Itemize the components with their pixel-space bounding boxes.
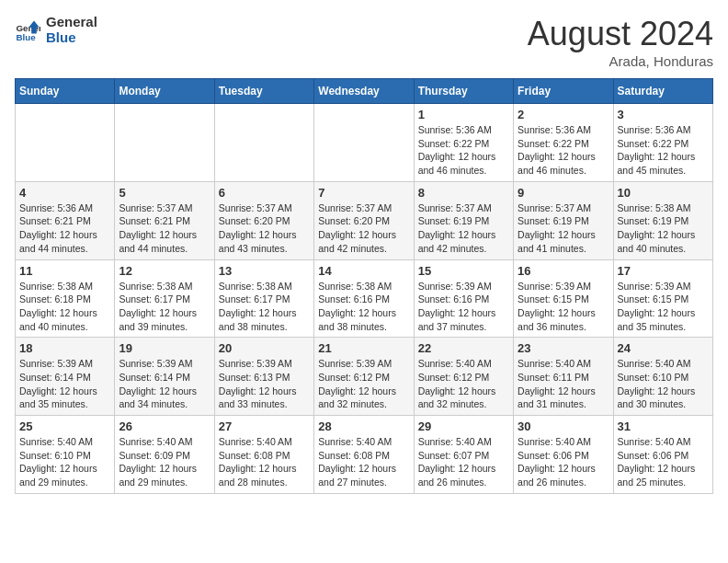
location-subtitle: Arada, Honduras <box>528 53 713 69</box>
day-info: Sunrise: 5:39 AMSunset: 6:13 PMDaylight:… <box>219 357 310 411</box>
title-area: August 2024 Arada, Honduras <box>528 15 713 69</box>
weekday-header-monday: Monday <box>115 79 214 104</box>
day-info: Sunrise: 5:37 AMSunset: 6:19 PMDaylight:… <box>518 201 609 256</box>
day-info: Sunrise: 5:38 AMSunset: 6:17 PMDaylight:… <box>219 280 310 334</box>
day-info: Sunrise: 5:40 AMSunset: 6:08 PMDaylight:… <box>219 435 310 489</box>
day-number: 29 <box>418 419 509 433</box>
day-info: Sunrise: 5:39 AMSunset: 6:15 PMDaylight:… <box>518 280 609 334</box>
day-info: Sunrise: 5:40 AMSunset: 6:11 PMDaylight:… <box>518 357 609 411</box>
day-number: 12 <box>119 264 210 278</box>
day-info: Sunrise: 5:39 AMSunset: 6:15 PMDaylight:… <box>618 280 709 334</box>
calendar-cell: 27Sunrise: 5:40 AMSunset: 6:08 PMDayligh… <box>214 416 313 494</box>
logo: General Blue General Blue <box>15 15 97 45</box>
calendar-cell: 23Sunrise: 5:40 AMSunset: 6:11 PMDayligh… <box>514 338 613 416</box>
month-title: August 2024 <box>528 15 713 53</box>
day-info: Sunrise: 5:40 AMSunset: 6:10 PMDaylight:… <box>19 435 110 489</box>
day-info: Sunrise: 5:37 AMSunset: 6:19 PMDaylight:… <box>418 201 509 256</box>
day-number: 7 <box>318 186 409 200</box>
day-number: 31 <box>618 419 709 433</box>
calendar-week-2: 4Sunrise: 5:36 AMSunset: 6:21 PMDaylight… <box>16 181 713 259</box>
day-number: 9 <box>518 186 609 200</box>
day-number: 16 <box>518 264 609 278</box>
calendar-cell: 22Sunrise: 5:40 AMSunset: 6:12 PMDayligh… <box>414 338 513 416</box>
calendar-cell: 20Sunrise: 5:39 AMSunset: 6:13 PMDayligh… <box>214 338 313 416</box>
calendar-cell: 25Sunrise: 5:40 AMSunset: 6:10 PMDayligh… <box>16 416 115 494</box>
calendar-cell: 31Sunrise: 5:40 AMSunset: 6:06 PMDayligh… <box>613 416 712 494</box>
calendar-cell: 28Sunrise: 5:40 AMSunset: 6:08 PMDayligh… <box>314 416 414 494</box>
weekday-header-friday: Friday <box>514 79 613 104</box>
calendar-cell: 15Sunrise: 5:39 AMSunset: 6:16 PMDayligh… <box>414 259 513 338</box>
day-info: Sunrise: 5:38 AMSunset: 6:18 PMDaylight:… <box>19 280 110 334</box>
logo-icon: General Blue <box>15 17 40 43</box>
day-number: 17 <box>618 264 709 278</box>
calendar-cell: 13Sunrise: 5:38 AMSunset: 6:17 PMDayligh… <box>214 259 313 338</box>
calendar-week-3: 11Sunrise: 5:38 AMSunset: 6:18 PMDayligh… <box>16 259 713 338</box>
day-info: Sunrise: 5:40 AMSunset: 6:09 PMDaylight:… <box>119 435 210 489</box>
calendar-cell <box>214 104 313 182</box>
calendar-cell: 11Sunrise: 5:38 AMSunset: 6:18 PMDayligh… <box>16 259 115 338</box>
day-number: 6 <box>219 186 310 200</box>
day-number: 20 <box>219 341 310 355</box>
day-number: 11 <box>19 264 110 278</box>
day-number: 23 <box>518 341 609 355</box>
day-info: Sunrise: 5:40 AMSunset: 6:07 PMDaylight:… <box>418 435 509 489</box>
calendar-cell: 16Sunrise: 5:39 AMSunset: 6:15 PMDayligh… <box>514 259 613 338</box>
day-info: Sunrise: 5:37 AMSunset: 6:20 PMDaylight:… <box>318 201 409 256</box>
day-number: 26 <box>119 419 210 433</box>
day-info: Sunrise: 5:40 AMSunset: 6:06 PMDaylight:… <box>618 435 709 489</box>
calendar-cell: 7Sunrise: 5:37 AMSunset: 6:20 PMDaylight… <box>314 181 414 259</box>
day-number: 15 <box>418 264 509 278</box>
day-number: 13 <box>219 264 310 278</box>
day-number: 21 <box>318 341 409 355</box>
calendar-week-5: 25Sunrise: 5:40 AMSunset: 6:10 PMDayligh… <box>16 416 713 494</box>
weekday-header-row: SundayMondayTuesdayWednesdayThursdayFrid… <box>16 79 713 104</box>
day-number: 8 <box>418 186 509 200</box>
day-number: 25 <box>19 419 110 433</box>
calendar-cell: 14Sunrise: 5:38 AMSunset: 6:16 PMDayligh… <box>314 259 414 338</box>
calendar-week-4: 18Sunrise: 5:39 AMSunset: 6:14 PMDayligh… <box>16 338 713 416</box>
calendar-cell: 17Sunrise: 5:39 AMSunset: 6:15 PMDayligh… <box>613 259 712 338</box>
day-info: Sunrise: 5:36 AMSunset: 6:22 PMDaylight:… <box>618 123 709 178</box>
day-number: 24 <box>618 341 709 355</box>
logo-general-text: General <box>46 15 97 30</box>
day-info: Sunrise: 5:36 AMSunset: 6:22 PMDaylight:… <box>418 123 509 178</box>
logo-blue-text: Blue <box>46 30 97 46</box>
day-number: 4 <box>19 186 110 200</box>
calendar-cell: 9Sunrise: 5:37 AMSunset: 6:19 PMDaylight… <box>514 181 613 259</box>
calendar-table: SundayMondayTuesdayWednesdayThursdayFrid… <box>15 78 713 494</box>
calendar-cell: 30Sunrise: 5:40 AMSunset: 6:06 PMDayligh… <box>514 416 613 494</box>
calendar-cell: 19Sunrise: 5:39 AMSunset: 6:14 PMDayligh… <box>115 338 214 416</box>
calendar-cell <box>314 104 414 182</box>
day-number: 2 <box>518 108 609 121</box>
calendar-cell: 5Sunrise: 5:37 AMSunset: 6:21 PMDaylight… <box>115 181 214 259</box>
day-number: 19 <box>119 341 210 355</box>
day-info: Sunrise: 5:36 AMSunset: 6:21 PMDaylight:… <box>19 201 110 256</box>
day-info: Sunrise: 5:37 AMSunset: 6:21 PMDaylight:… <box>119 201 210 256</box>
day-info: Sunrise: 5:39 AMSunset: 6:12 PMDaylight:… <box>318 357 409 411</box>
day-number: 30 <box>518 419 609 433</box>
calendar-cell: 26Sunrise: 5:40 AMSunset: 6:09 PMDayligh… <box>115 416 214 494</box>
calendar-cell: 10Sunrise: 5:38 AMSunset: 6:19 PMDayligh… <box>613 181 712 259</box>
day-info: Sunrise: 5:38 AMSunset: 6:19 PMDaylight:… <box>618 201 709 256</box>
day-number: 27 <box>219 419 310 433</box>
day-info: Sunrise: 5:40 AMSunset: 6:10 PMDaylight:… <box>618 357 709 411</box>
day-number: 5 <box>119 186 210 200</box>
calendar-cell <box>115 104 214 182</box>
day-info: Sunrise: 5:40 AMSunset: 6:08 PMDaylight:… <box>318 435 409 489</box>
svg-text:Blue: Blue <box>16 32 36 42</box>
day-number: 14 <box>318 264 409 278</box>
day-number: 28 <box>318 419 409 433</box>
day-info: Sunrise: 5:40 AMSunset: 6:12 PMDaylight:… <box>418 357 509 411</box>
calendar-body: 1Sunrise: 5:36 AMSunset: 6:22 PMDaylight… <box>16 104 713 494</box>
day-info: Sunrise: 5:39 AMSunset: 6:14 PMDaylight:… <box>19 357 110 411</box>
day-number: 10 <box>618 186 709 200</box>
day-number: 3 <box>618 108 709 121</box>
day-info: Sunrise: 5:36 AMSunset: 6:22 PMDaylight:… <box>518 123 609 178</box>
day-number: 1 <box>418 108 509 121</box>
calendar-week-1: 1Sunrise: 5:36 AMSunset: 6:22 PMDaylight… <box>16 104 713 182</box>
day-info: Sunrise: 5:38 AMSunset: 6:16 PMDaylight:… <box>318 280 409 334</box>
calendar-cell: 3Sunrise: 5:36 AMSunset: 6:22 PMDaylight… <box>613 104 712 182</box>
weekday-header-saturday: Saturday <box>613 79 712 104</box>
day-number: 22 <box>418 341 509 355</box>
day-info: Sunrise: 5:38 AMSunset: 6:17 PMDaylight:… <box>119 280 210 334</box>
